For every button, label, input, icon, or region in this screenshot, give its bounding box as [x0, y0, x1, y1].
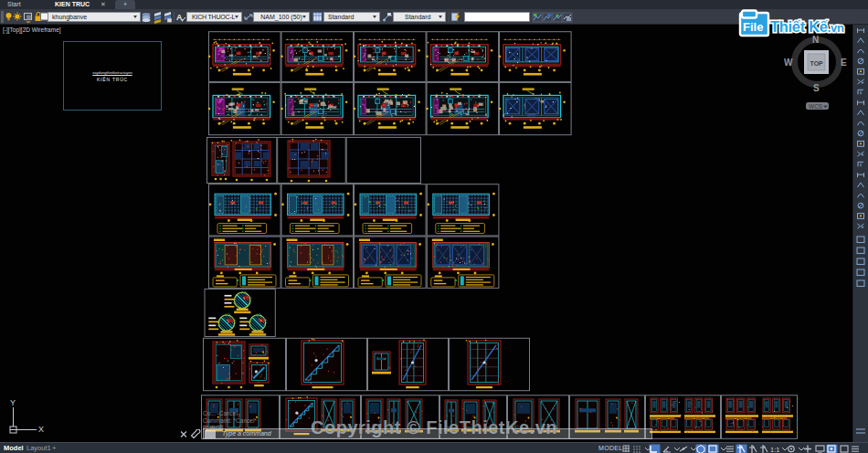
svg-text:File: File [743, 20, 763, 34]
svg-text:E: E [841, 58, 847, 68]
svg-text:Y: Y [10, 398, 16, 407]
svg-text:W: W [784, 58, 793, 68]
svg-text:1:1: 1:1 [770, 446, 779, 453]
svg-text:Co... -Cancel-: Co... -Cancel- [203, 410, 239, 416]
svg-text:TOP: TOP [810, 60, 824, 67]
svg-text:WCS: WCS [809, 103, 823, 110]
svg-text:Thiết Kế.vn: Thiết Kế.vn [770, 18, 844, 35]
svg-text:S: S [813, 83, 820, 93]
